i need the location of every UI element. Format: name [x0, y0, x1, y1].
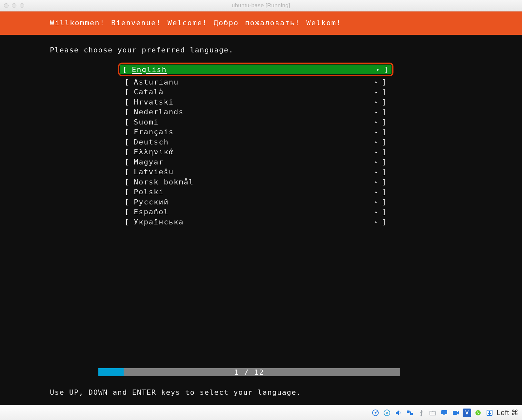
- language-item[interactable]: [Hrvatski▸]: [122, 97, 390, 107]
- bracket-right: ]: [382, 188, 387, 196]
- language-name: Suomi: [134, 118, 375, 126]
- language-name: Asturianu: [134, 78, 375, 86]
- recording-icon[interactable]: [451, 408, 460, 417]
- chevron-right-icon: ▸: [375, 89, 378, 95]
- bracket-left: [: [125, 178, 134, 186]
- progress-label: 1 / 12: [98, 368, 400, 376]
- chevron-right-icon: ▸: [375, 159, 378, 164]
- bracket-left: [: [125, 118, 134, 126]
- chevron-right-icon: ▸: [377, 67, 380, 72]
- svg-rect-7: [441, 410, 447, 414]
- language-item[interactable]: [Ελληνικά▸]: [122, 147, 390, 157]
- bracket-right: ]: [382, 138, 387, 146]
- selected-highlight: [ English ▸ ]: [118, 63, 393, 76]
- bracket-left: [: [125, 98, 134, 106]
- capture-indicator[interactable]: V: [463, 409, 471, 417]
- language-name: Magyar: [134, 158, 375, 166]
- bracket-left: [: [125, 158, 134, 166]
- bracket-left: [: [125, 148, 134, 156]
- language-name: Hrvatski: [134, 98, 375, 106]
- network-icon[interactable]: [405, 408, 414, 417]
- svg-rect-4: [407, 410, 410, 413]
- chevron-right-icon: ▸: [375, 109, 378, 115]
- welcome-header: Willkommen! Bienvenue! Welcome! Добро по…: [0, 11, 522, 35]
- bracket-right: ]: [382, 208, 387, 216]
- chevron-right-icon: ▸: [375, 99, 378, 105]
- bracket-right: ]: [382, 98, 387, 106]
- language-item[interactable]: [Français▸]: [122, 127, 390, 137]
- language-item[interactable]: [Español▸]: [122, 207, 390, 217]
- language-name: Nederlands: [134, 108, 375, 116]
- bracket-right: ]: [382, 108, 387, 116]
- bracket-right: ]: [382, 118, 387, 126]
- bracket-left: [: [125, 198, 134, 206]
- svg-point-3: [386, 412, 388, 413]
- hint-text: Use UP, DOWN and ENTER keys to select yo…: [50, 388, 301, 396]
- chevron-right-icon: ▸: [375, 199, 378, 204]
- bracket-left: [: [125, 88, 134, 96]
- bracket-right: ]: [382, 78, 387, 86]
- svg-rect-8: [443, 414, 445, 415]
- bracket-left: [: [125, 78, 134, 86]
- chevron-right-icon: ▸: [375, 169, 378, 175]
- svg-point-6: [421, 414, 422, 416]
- display-icon[interactable]: [440, 408, 449, 417]
- bracket-left: [: [125, 108, 134, 116]
- language-name: Français: [134, 128, 375, 136]
- language-name: Українська: [134, 218, 375, 226]
- svg-rect-9: [453, 411, 457, 415]
- audio-icon[interactable]: [394, 408, 403, 417]
- language-name: Deutsch: [134, 138, 375, 146]
- chevron-right-icon: ▸: [375, 139, 378, 144]
- chevron-right-icon: ▸: [375, 129, 378, 135]
- bracket-right: ]: [382, 148, 387, 156]
- language-item[interactable]: [Русский▸]: [122, 197, 390, 207]
- language-item[interactable]: [Asturianu▸]: [122, 77, 390, 87]
- seamless-icon[interactable]: [473, 408, 483, 417]
- language-name: Polski: [134, 188, 375, 196]
- language-name: Català: [134, 88, 375, 96]
- window-titlebar: ubuntu-base [Running]: [0, 0, 522, 11]
- hard-disk-icon[interactable]: [371, 408, 380, 417]
- chevron-right-icon: ▸: [375, 119, 378, 124]
- bracket-left: [: [125, 168, 134, 176]
- bracket-left: [: [125, 218, 134, 226]
- usb-icon[interactable]: [417, 408, 426, 417]
- language-item[interactable]: [Українська▸]: [122, 217, 390, 227]
- bracket-right: ]: [382, 158, 387, 166]
- bracket-right: ]: [382, 168, 387, 176]
- chevron-right-icon: ▸: [375, 179, 378, 184]
- vm-display: Willkommen! Bienvenue! Welcome! Добро по…: [0, 11, 522, 405]
- chevron-right-icon: ▸: [375, 219, 378, 224]
- bracket-left: [: [125, 138, 134, 146]
- chevron-right-icon: ▸: [375, 149, 378, 155]
- bracket-right: ]: [382, 128, 387, 136]
- language-item-selected[interactable]: [ English ▸ ]: [120, 65, 392, 74]
- bracket-left: [: [125, 188, 134, 196]
- language-name: Latviešu: [134, 168, 375, 176]
- bracket-right: ]: [382, 88, 387, 96]
- language-item[interactable]: [Polski▸]: [122, 187, 390, 197]
- language-name: Русский: [134, 198, 375, 206]
- language-list[interactable]: [ English ▸ ] [Asturianu▸][Català▸][Hrva…: [122, 63, 390, 227]
- shared-folder-icon[interactable]: [428, 408, 437, 417]
- mouse-integration-icon[interactable]: [485, 408, 494, 417]
- bracket-left: [: [125, 208, 134, 216]
- language-item[interactable]: [Magyar▸]: [122, 157, 390, 167]
- progress-bar: 1 / 12: [98, 368, 400, 376]
- bracket-right: ]: [384, 66, 389, 74]
- language-name: Español: [134, 208, 375, 216]
- language-item[interactable]: [Català▸]: [122, 87, 390, 97]
- language-item[interactable]: [Deutsch▸]: [122, 137, 390, 147]
- chevron-right-icon: ▸: [375, 209, 378, 215]
- optical-disk-icon[interactable]: [382, 408, 392, 417]
- language-item[interactable]: [Latviešu▸]: [122, 167, 390, 177]
- language-item[interactable]: [Nederlands▸]: [122, 107, 390, 117]
- window-title: ubuntu-base [Running]: [0, 2, 522, 9]
- bracket-right: ]: [382, 198, 387, 206]
- bracket-right: ]: [382, 178, 387, 186]
- language-item[interactable]: [Suomi▸]: [122, 117, 390, 127]
- chevron-right-icon: ▸: [375, 189, 378, 195]
- language-name: English: [132, 66, 377, 74]
- language-item[interactable]: [Norsk bokmål▸]: [122, 177, 390, 187]
